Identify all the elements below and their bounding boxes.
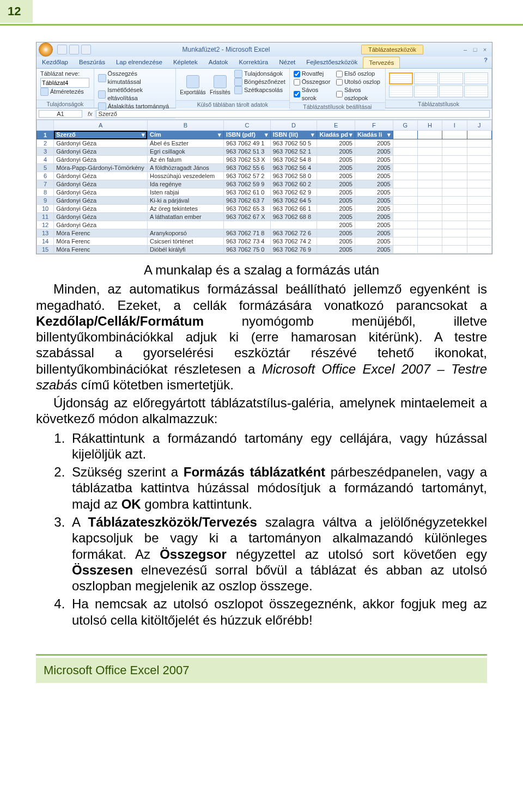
tab-data[interactable]: Adatok xyxy=(203,57,234,68)
tab-layout[interactable]: Lap elrendezése xyxy=(111,57,168,68)
cell[interactable] xyxy=(467,139,491,148)
cell[interactable]: 963 7062 73 4 xyxy=(224,237,271,246)
cell[interactable] xyxy=(393,246,417,254)
worksheet-grid[interactable]: ABCDEFGHIJ 1Szerző ▾Cím ▾ISBN (pdf) ▾ISB… xyxy=(37,120,492,254)
cell[interactable] xyxy=(393,197,417,205)
cell[interactable]: Gárdonyi Géza xyxy=(54,139,148,148)
row-header[interactable]: 8 xyxy=(37,188,54,197)
table-header-cell[interactable]: Kiadás li ▾ xyxy=(355,131,393,139)
cell[interactable] xyxy=(417,229,442,237)
browser-view-button[interactable]: Böngészőnézet xyxy=(234,78,286,86)
cell[interactable]: 2005 xyxy=(317,197,355,205)
cell[interactable]: Móra Ferenc xyxy=(54,229,148,237)
cell[interactable]: Gárdonyi Géza xyxy=(54,148,148,156)
cell[interactable] xyxy=(147,221,223,229)
resize-table-button[interactable]: Átméretezés xyxy=(40,88,90,96)
cell[interactable]: 2005 xyxy=(355,172,393,180)
cell[interactable] xyxy=(442,139,467,148)
cell[interactable]: 963 7062 62 9 xyxy=(270,188,317,197)
cell[interactable] xyxy=(417,213,442,221)
cell[interactable] xyxy=(467,180,491,188)
cell[interactable]: 963 7062 64 5 xyxy=(270,197,317,205)
cell[interactable] xyxy=(393,148,417,156)
column-header[interactable]: J xyxy=(467,120,491,131)
cell[interactable]: 2005 xyxy=(355,237,393,246)
cell[interactable]: 963 7062 54 8 xyxy=(270,156,317,164)
cell[interactable] xyxy=(224,221,271,229)
cell[interactable]: 963 7062 71 8 xyxy=(224,229,271,237)
cell[interactable]: 2005 xyxy=(355,164,393,172)
convert-range-button[interactable]: Átalakítás tartománnyá xyxy=(98,102,172,111)
header-row-checkbox[interactable] xyxy=(294,71,300,77)
cell[interactable]: A földhözragadt János xyxy=(147,164,223,172)
cell[interactable] xyxy=(467,237,491,246)
total-row-checkbox[interactable] xyxy=(294,79,300,86)
properties-button[interactable]: Tulajdonságok xyxy=(234,70,286,78)
cell[interactable] xyxy=(417,164,442,172)
cell[interactable] xyxy=(393,213,417,221)
cell[interactable]: 963 7062 61 0 xyxy=(224,188,271,197)
minimize-icon[interactable]: – xyxy=(461,46,469,53)
tab-developer[interactable]: Fejlesztőeszközök xyxy=(301,57,363,68)
tab-insert[interactable]: Beszúrás xyxy=(74,57,111,68)
style-swatch[interactable] xyxy=(414,72,438,84)
cell[interactable] xyxy=(417,139,442,148)
style-swatch[interactable] xyxy=(439,72,463,84)
style-swatch[interactable] xyxy=(464,72,488,84)
export-button[interactable]: Exportálás xyxy=(179,70,206,100)
row-header[interactable]: 6 xyxy=(37,172,54,180)
cell[interactable] xyxy=(417,131,442,139)
cell[interactable]: 2005 xyxy=(317,156,355,164)
column-header[interactable]: E xyxy=(317,120,355,131)
cell[interactable]: 2005 xyxy=(355,221,393,229)
style-swatch[interactable] xyxy=(439,86,463,97)
name-box[interactable]: A1 xyxy=(39,110,82,118)
cell[interactable]: 963 7062 50 5 xyxy=(270,139,317,148)
cell[interactable] xyxy=(417,246,442,254)
cell[interactable]: 963 7062 56 4 xyxy=(270,164,317,172)
cell[interactable] xyxy=(417,197,442,205)
row-header[interactable]: 12 xyxy=(37,221,54,229)
summarize-pivot-button[interactable]: Összegzés kimutatással xyxy=(98,70,172,86)
cell[interactable] xyxy=(417,148,442,156)
cell[interactable]: 2005 xyxy=(317,237,355,246)
cell[interactable] xyxy=(467,229,491,237)
refresh-button[interactable]: Frissítés xyxy=(206,70,234,100)
cell[interactable] xyxy=(467,172,491,180)
cell[interactable]: 2005 xyxy=(317,246,355,254)
cell[interactable]: 963 7062 59 9 xyxy=(224,180,271,188)
cell[interactable]: 963 7062 74 2 xyxy=(270,237,317,246)
cell[interactable]: 963 7062 57 2 xyxy=(224,172,271,180)
cell[interactable]: 963 7062 51 3 xyxy=(224,148,271,156)
cell[interactable]: 963 7062 60 2 xyxy=(270,180,317,188)
cell[interactable]: 963 7062 66 1 xyxy=(270,205,317,213)
cell[interactable] xyxy=(442,131,467,139)
remove-duplicates-button[interactable]: Ismétlődések eltávolítása xyxy=(98,86,172,102)
cell[interactable]: Gárdonyi Géza xyxy=(54,205,148,213)
cell[interactable]: Móra Ferenc xyxy=(54,237,148,246)
cell[interactable]: Az én falum xyxy=(147,156,223,164)
cell[interactable] xyxy=(393,172,417,180)
cell[interactable]: Gárdonyi Géza xyxy=(54,180,148,188)
cell[interactable] xyxy=(417,180,442,188)
cell[interactable]: Gárdonyi Géza xyxy=(54,221,148,229)
cell[interactable] xyxy=(393,229,417,237)
column-header[interactable]: H xyxy=(417,120,442,131)
cell[interactable] xyxy=(467,246,491,254)
banded-cols-checkbox[interactable] xyxy=(336,91,343,97)
cell[interactable]: 2005 xyxy=(317,213,355,221)
cell[interactable]: 963 7062 55 6 xyxy=(224,164,271,172)
qat-undo-icon[interactable] xyxy=(69,45,79,54)
cell[interactable] xyxy=(467,221,491,229)
cell[interactable] xyxy=(417,172,442,180)
cell[interactable]: Isten rabjai xyxy=(147,188,223,197)
close-icon[interactable]: × xyxy=(481,46,489,53)
style-swatch[interactable] xyxy=(464,86,488,97)
cell[interactable]: Gárdonyi Géza xyxy=(54,156,148,164)
cell[interactable]: 2005 xyxy=(317,139,355,148)
column-header[interactable]: G xyxy=(393,120,417,131)
cell[interactable] xyxy=(467,156,491,164)
banded-rows-checkbox[interactable] xyxy=(294,91,300,97)
cell[interactable]: 2005 xyxy=(355,205,393,213)
select-all-corner[interactable] xyxy=(37,120,54,131)
